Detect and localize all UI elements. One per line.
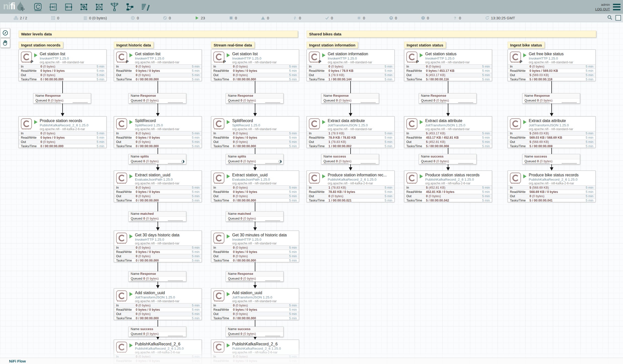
navigate-palette-button[interactable] — [1, 28, 10, 38]
processor[interactable]: Produce station recordsPublishKafkaRecor… — [19, 116, 107, 148]
running-status-icon — [420, 174, 423, 178]
processor[interactable]: Get 30 minutes of historic dataInvokeHTT… — [211, 231, 299, 262]
stat-window: 5 min — [289, 131, 297, 135]
processor[interactable]: Extract data attributeJoltTransformJSON … — [508, 116, 596, 148]
connection-name: Name success — [419, 154, 476, 159]
connection-label[interactable]: Name ResponseQueued 0 (0 bytes) — [419, 93, 476, 103]
processor[interactable]: Extract station_uuidEvaluateJsonPath 1.2… — [211, 171, 299, 202]
processor[interactable]: Add station_uuidJoltTransformJSON 1.25.0… — [114, 288, 202, 320]
canvas-label[interactable]: Stream real-time data — [211, 42, 255, 48]
processor-type: EvaluateJsonPath 1.25.0 — [232, 177, 277, 182]
status-refresh-clock[interactable]: 13:30:25 GMT — [485, 16, 515, 20]
stat-window: 5 min — [192, 190, 200, 194]
processor-header: PGet station statusInvokeHTTP 1.25.0org.… — [404, 50, 492, 64]
canvas-label[interactable]: Ingest station status — [404, 42, 446, 48]
processor[interactable]: Produce station information rec...Publis… — [307, 171, 395, 202]
process-group-icon[interactable] — [80, 3, 88, 11]
stat-window: 5 min — [289, 258, 297, 263]
connection-label[interactable]: Name ResponseQueued 0 (0 bytes) — [128, 93, 186, 103]
processor[interactable]: Add station_uuidJoltTransformJSON 1.25.0… — [211, 288, 299, 320]
connection-label[interactable]: Name ResponseQueued 0 (0 bytes) — [321, 93, 379, 103]
stat-window: 5 min — [586, 194, 593, 198]
template-icon[interactable] — [126, 3, 134, 11]
canvas-label[interactable]: Water levels data — [19, 31, 298, 37]
connection-label[interactable]: Name successQueued 0 (0 bytes) — [522, 154, 580, 164]
search-icon[interactable] — [607, 15, 612, 21]
processor[interactable]: PGet station statusInvokeHTTP 1.25.0org.… — [404, 49, 492, 81]
processor-bundle: org.apache.nifi - nifi-standard-nar — [232, 299, 277, 303]
processor[interactable]: PGet station informationInvokeHTTP 1.25.… — [307, 49, 395, 81]
status-locally-modified-stale: 0 — [421, 16, 429, 20]
queue-size-bar — [265, 220, 280, 221]
operate-palette-button[interactable] — [1, 38, 10, 48]
stat-window: 5 min — [482, 140, 490, 144]
processor[interactable]: PGet station listInvokeHTTP 1.25.0org.ap… — [114, 49, 202, 81]
canvas-label[interactable]: Ingest station records — [19, 42, 63, 48]
remote-process-group-icon[interactable] — [95, 3, 104, 11]
processor[interactable]: PGet station listInvokeHTTP 1.25.0org.ap… — [19, 49, 107, 81]
processor[interactable]: Extract data attributeJoltTransformJSON … — [307, 116, 395, 148]
canvas-label[interactable]: Ingest historic data — [114, 42, 154, 48]
nifi-logo[interactable]: nifi — [3, 1, 26, 14]
stat-row-tasks-time: Tasks/Time5 / 00:00:00.0425 min — [404, 198, 492, 202]
connection-label[interactable]: Name ResponseQueued 0 (0 bytes) — [33, 93, 91, 103]
processor[interactable]: PGet free bike statusInvokeHTTP 1.25.0or… — [508, 49, 596, 81]
connection-label[interactable]: Name successQueued 0 (0 bytes) — [226, 327, 283, 337]
connection-label[interactable]: Name successQueued 0 (0 bytes) — [128, 327, 186, 337]
processor-icon[interactable] — [34, 3, 42, 11]
status-sync-failure: ?0 — [453, 16, 461, 20]
connection-label[interactable]: Name matchedQueued 0 (0 bytes) — [128, 211, 186, 222]
funnel-icon[interactable] — [110, 3, 119, 11]
connection-label[interactable]: Name matchedQueued 0 (0 bytes) — [226, 211, 283, 222]
breadcrumb[interactable]: NiFi Flow — [9, 359, 26, 363]
search-field-button[interactable] — [615, 15, 621, 21]
connection-label[interactable]: Name splitsQueued 0 (0 bytes) — [128, 154, 186, 164]
processor[interactable]: Extract data attributeJoltTransformJSON … — [404, 116, 492, 148]
running-status-icon — [420, 120, 423, 124]
canvas-label[interactable]: Ingest bike status — [508, 42, 545, 48]
stat-row-read-write: Read/Write569.03 KB / 568.69 KB5 min — [508, 135, 595, 140]
connection-name: Name Response — [129, 272, 186, 277]
queue-count-bar — [228, 163, 253, 164]
connection-label[interactable]: Name ResponseQueued 0 (0 bytes) — [128, 271, 186, 282]
canvas-label[interactable]: Shared bikes data — [307, 31, 596, 37]
processor[interactable]: SplitRecordSplitRecord 1.25.0org.apache.… — [114, 116, 202, 148]
processor[interactable]: Produce station status recordsPublishKaf… — [404, 171, 492, 202]
input-port-icon[interactable] — [49, 3, 58, 11]
stat-row-in: In0 (0 bytes)5 min — [404, 64, 492, 69]
processor[interactable]: SplitRecordSplitRecord 1.25.0org.apache.… — [211, 116, 299, 148]
connection-queued: Queued 0 (0 bytes) — [522, 159, 580, 164]
global-menu-button[interactable] — [613, 4, 620, 10]
processor-header: Get 30 minutes of historic dataInvokeHTT… — [211, 231, 299, 245]
queue-size-bar — [265, 280, 280, 281]
canvas-label[interactable]: Ingest station information — [307, 42, 358, 48]
queue-count-bar — [131, 280, 156, 281]
stat-window: 5 min — [385, 140, 392, 144]
label-icon[interactable] — [141, 3, 150, 11]
connection-label[interactable]: Name ResponseQueued 0 (0 bytes) — [226, 271, 283, 282]
logout-link[interactable]: LOG OUT — [595, 7, 610, 12]
stat-row-in: In0 (0 bytes)5 min — [114, 303, 202, 307]
running-status-icon — [227, 120, 230, 124]
connection-label[interactable]: Name splitsQueued 0 (0 bytes) — [226, 154, 283, 164]
nifi-droplet-icon — [15, 1, 26, 14]
processor-header: Extract data attributeJoltTransformJSON … — [508, 117, 595, 131]
processor[interactable]: Get 30 days historic dataInvokeHTTP 1.25… — [114, 231, 202, 262]
connection-label[interactable]: Name successQueued 0 (0 bytes) — [321, 154, 379, 164]
connection-label[interactable]: Name ResponseQueued 0 (0 bytes) — [522, 93, 580, 103]
connection-label[interactable]: Name ResponseQueued 0 (0 bytes) — [226, 93, 283, 103]
queue-size-bar — [73, 102, 88, 103]
processor-title: Add station_uuid — [135, 290, 179, 295]
processor-bundle: org.apache.nifi - nifi-kafka-2-6-nar — [135, 351, 184, 354]
stat-row-read-write: Read/Write0 bytes / 0 bytes5 min — [114, 307, 202, 312]
stat-row-read-write: Read/Write0 bytes / 0 bytes5 min — [211, 135, 299, 140]
connection-label[interactable]: Name successQueued 0 (0 bytes) — [419, 154, 476, 164]
processor-header: PGet free bike statusInvokeHTTP 1.25.0or… — [508, 50, 595, 64]
processor[interactable]: Extract station_uuidEvaluateJsonPath 1.2… — [114, 171, 202, 202]
refresh-icon[interactable] — [485, 16, 489, 20]
flow-canvas[interactable]: Water levels dataShared bikes dataIngest… — [0, 22, 623, 364]
processor[interactable]: PGet station listInvokeHTTP 1.25.0org.ap… — [211, 49, 299, 81]
processor[interactable]: Produce bike status recordsPublishKafkaR… — [508, 171, 596, 202]
processor-type: SplitRecord 1.25.0 — [135, 123, 179, 127]
output-port-icon[interactable] — [64, 3, 73, 11]
